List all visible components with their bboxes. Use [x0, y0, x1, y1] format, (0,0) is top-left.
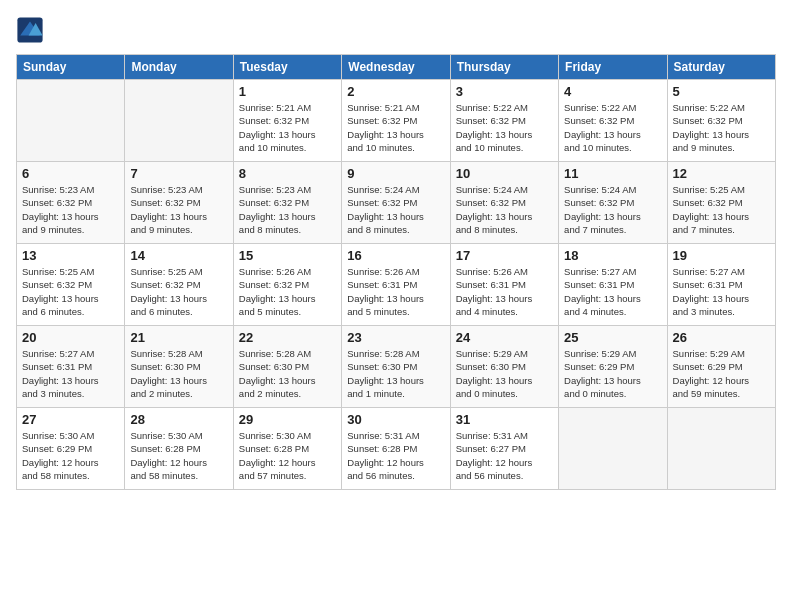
day-number: 19 [673, 248, 770, 263]
day-detail: Sunrise: 5:22 AM Sunset: 6:32 PM Dayligh… [564, 101, 661, 154]
day-cell: 8Sunrise: 5:23 AM Sunset: 6:32 PM Daylig… [233, 162, 341, 244]
day-number: 3 [456, 84, 553, 99]
day-number: 20 [22, 330, 119, 345]
day-detail: Sunrise: 5:25 AM Sunset: 6:32 PM Dayligh… [22, 265, 119, 318]
day-detail: Sunrise: 5:28 AM Sunset: 6:30 PM Dayligh… [239, 347, 336, 400]
day-detail: Sunrise: 5:21 AM Sunset: 6:32 PM Dayligh… [347, 101, 444, 154]
day-number: 27 [22, 412, 119, 427]
day-number: 17 [456, 248, 553, 263]
day-number: 1 [239, 84, 336, 99]
day-detail: Sunrise: 5:29 AM Sunset: 6:30 PM Dayligh… [456, 347, 553, 400]
col-header-sunday: Sunday [17, 55, 125, 80]
day-number: 9 [347, 166, 444, 181]
day-detail: Sunrise: 5:27 AM Sunset: 6:31 PM Dayligh… [673, 265, 770, 318]
day-number: 24 [456, 330, 553, 345]
day-detail: Sunrise: 5:25 AM Sunset: 6:32 PM Dayligh… [130, 265, 227, 318]
day-cell: 20Sunrise: 5:27 AM Sunset: 6:31 PM Dayli… [17, 326, 125, 408]
day-cell: 18Sunrise: 5:27 AM Sunset: 6:31 PM Dayli… [559, 244, 667, 326]
day-detail: Sunrise: 5:26 AM Sunset: 6:32 PM Dayligh… [239, 265, 336, 318]
day-number: 8 [239, 166, 336, 181]
day-cell: 19Sunrise: 5:27 AM Sunset: 6:31 PM Dayli… [667, 244, 775, 326]
day-cell [667, 408, 775, 490]
day-detail: Sunrise: 5:22 AM Sunset: 6:32 PM Dayligh… [673, 101, 770, 154]
day-cell: 6Sunrise: 5:23 AM Sunset: 6:32 PM Daylig… [17, 162, 125, 244]
day-number: 14 [130, 248, 227, 263]
day-cell: 13Sunrise: 5:25 AM Sunset: 6:32 PM Dayli… [17, 244, 125, 326]
col-header-tuesday: Tuesday [233, 55, 341, 80]
day-cell: 1Sunrise: 5:21 AM Sunset: 6:32 PM Daylig… [233, 80, 341, 162]
day-cell: 15Sunrise: 5:26 AM Sunset: 6:32 PM Dayli… [233, 244, 341, 326]
day-detail: Sunrise: 5:21 AM Sunset: 6:32 PM Dayligh… [239, 101, 336, 154]
day-detail: Sunrise: 5:24 AM Sunset: 6:32 PM Dayligh… [564, 183, 661, 236]
day-cell: 26Sunrise: 5:29 AM Sunset: 6:29 PM Dayli… [667, 326, 775, 408]
day-number: 6 [22, 166, 119, 181]
day-detail: Sunrise: 5:30 AM Sunset: 6:28 PM Dayligh… [239, 429, 336, 482]
day-detail: Sunrise: 5:26 AM Sunset: 6:31 PM Dayligh… [347, 265, 444, 318]
day-detail: Sunrise: 5:23 AM Sunset: 6:32 PM Dayligh… [239, 183, 336, 236]
day-detail: Sunrise: 5:26 AM Sunset: 6:31 PM Dayligh… [456, 265, 553, 318]
week-row-4: 20Sunrise: 5:27 AM Sunset: 6:31 PM Dayli… [17, 326, 776, 408]
day-cell: 14Sunrise: 5:25 AM Sunset: 6:32 PM Dayli… [125, 244, 233, 326]
day-cell: 12Sunrise: 5:25 AM Sunset: 6:32 PM Dayli… [667, 162, 775, 244]
day-cell: 28Sunrise: 5:30 AM Sunset: 6:28 PM Dayli… [125, 408, 233, 490]
day-detail: Sunrise: 5:24 AM Sunset: 6:32 PM Dayligh… [347, 183, 444, 236]
week-row-5: 27Sunrise: 5:30 AM Sunset: 6:29 PM Dayli… [17, 408, 776, 490]
day-number: 28 [130, 412, 227, 427]
col-header-saturday: Saturday [667, 55, 775, 80]
day-number: 7 [130, 166, 227, 181]
day-cell: 2Sunrise: 5:21 AM Sunset: 6:32 PM Daylig… [342, 80, 450, 162]
day-cell: 24Sunrise: 5:29 AM Sunset: 6:30 PM Dayli… [450, 326, 558, 408]
day-detail: Sunrise: 5:30 AM Sunset: 6:28 PM Dayligh… [130, 429, 227, 482]
day-cell: 7Sunrise: 5:23 AM Sunset: 6:32 PM Daylig… [125, 162, 233, 244]
day-number: 12 [673, 166, 770, 181]
day-detail: Sunrise: 5:28 AM Sunset: 6:30 PM Dayligh… [347, 347, 444, 400]
day-number: 13 [22, 248, 119, 263]
day-cell: 5Sunrise: 5:22 AM Sunset: 6:32 PM Daylig… [667, 80, 775, 162]
day-cell: 10Sunrise: 5:24 AM Sunset: 6:32 PM Dayli… [450, 162, 558, 244]
day-cell: 23Sunrise: 5:28 AM Sunset: 6:30 PM Dayli… [342, 326, 450, 408]
day-detail: Sunrise: 5:30 AM Sunset: 6:29 PM Dayligh… [22, 429, 119, 482]
day-number: 31 [456, 412, 553, 427]
day-number: 22 [239, 330, 336, 345]
logo [16, 16, 48, 44]
day-detail: Sunrise: 5:22 AM Sunset: 6:32 PM Dayligh… [456, 101, 553, 154]
day-number: 26 [673, 330, 770, 345]
day-cell: 16Sunrise: 5:26 AM Sunset: 6:31 PM Dayli… [342, 244, 450, 326]
day-cell: 9Sunrise: 5:24 AM Sunset: 6:32 PM Daylig… [342, 162, 450, 244]
week-row-1: 1Sunrise: 5:21 AM Sunset: 6:32 PM Daylig… [17, 80, 776, 162]
day-number: 25 [564, 330, 661, 345]
day-detail: Sunrise: 5:23 AM Sunset: 6:32 PM Dayligh… [22, 183, 119, 236]
day-cell: 4Sunrise: 5:22 AM Sunset: 6:32 PM Daylig… [559, 80, 667, 162]
col-header-monday: Monday [125, 55, 233, 80]
day-detail: Sunrise: 5:31 AM Sunset: 6:28 PM Dayligh… [347, 429, 444, 482]
day-detail: Sunrise: 5:24 AM Sunset: 6:32 PM Dayligh… [456, 183, 553, 236]
day-number: 18 [564, 248, 661, 263]
day-number: 10 [456, 166, 553, 181]
day-cell: 27Sunrise: 5:30 AM Sunset: 6:29 PM Dayli… [17, 408, 125, 490]
day-cell: 17Sunrise: 5:26 AM Sunset: 6:31 PM Dayli… [450, 244, 558, 326]
calendar-table: SundayMondayTuesdayWednesdayThursdayFrid… [16, 54, 776, 490]
day-detail: Sunrise: 5:27 AM Sunset: 6:31 PM Dayligh… [22, 347, 119, 400]
day-cell: 31Sunrise: 5:31 AM Sunset: 6:27 PM Dayli… [450, 408, 558, 490]
day-number: 16 [347, 248, 444, 263]
day-detail: Sunrise: 5:23 AM Sunset: 6:32 PM Dayligh… [130, 183, 227, 236]
day-number: 11 [564, 166, 661, 181]
day-cell [125, 80, 233, 162]
day-detail: Sunrise: 5:28 AM Sunset: 6:30 PM Dayligh… [130, 347, 227, 400]
col-header-thursday: Thursday [450, 55, 558, 80]
day-cell: 30Sunrise: 5:31 AM Sunset: 6:28 PM Dayli… [342, 408, 450, 490]
day-detail: Sunrise: 5:27 AM Sunset: 6:31 PM Dayligh… [564, 265, 661, 318]
day-detail: Sunrise: 5:29 AM Sunset: 6:29 PM Dayligh… [673, 347, 770, 400]
week-row-3: 13Sunrise: 5:25 AM Sunset: 6:32 PM Dayli… [17, 244, 776, 326]
day-cell: 3Sunrise: 5:22 AM Sunset: 6:32 PM Daylig… [450, 80, 558, 162]
day-detail: Sunrise: 5:31 AM Sunset: 6:27 PM Dayligh… [456, 429, 553, 482]
day-cell: 29Sunrise: 5:30 AM Sunset: 6:28 PM Dayli… [233, 408, 341, 490]
day-number: 21 [130, 330, 227, 345]
header-row: SundayMondayTuesdayWednesdayThursdayFrid… [17, 55, 776, 80]
day-detail: Sunrise: 5:29 AM Sunset: 6:29 PM Dayligh… [564, 347, 661, 400]
day-cell: 22Sunrise: 5:28 AM Sunset: 6:30 PM Dayli… [233, 326, 341, 408]
col-header-friday: Friday [559, 55, 667, 80]
col-header-wednesday: Wednesday [342, 55, 450, 80]
day-number: 15 [239, 248, 336, 263]
day-cell [559, 408, 667, 490]
